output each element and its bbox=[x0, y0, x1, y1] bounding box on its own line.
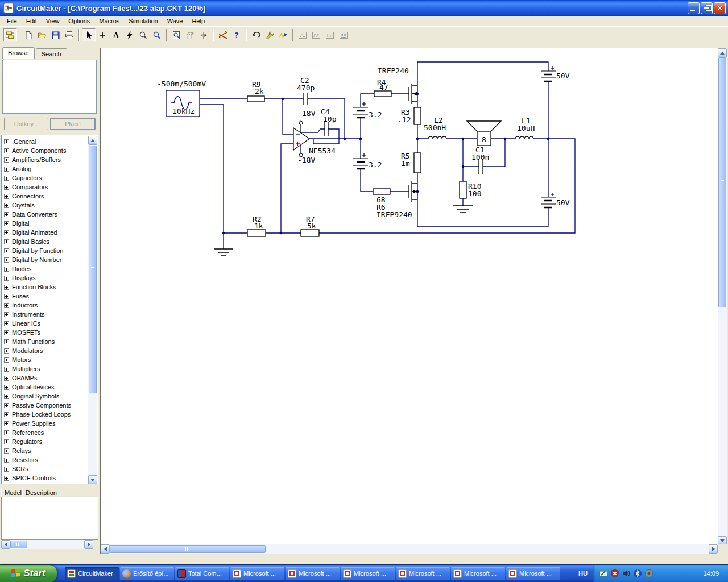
scroll-up-button[interactable] bbox=[718, 48, 727, 57]
browse-parts-button[interactable] bbox=[3, 28, 17, 41]
expand-plus-icon[interactable] bbox=[4, 285, 9, 290]
expand-plus-icon[interactable] bbox=[4, 212, 9, 217]
delete-tool-button[interactable] bbox=[123, 28, 136, 41]
tree-category[interactable]: MOSFETs bbox=[3, 328, 86, 337]
expand-plus-icon[interactable] bbox=[4, 385, 9, 390]
tree-category[interactable]: Crystals bbox=[3, 201, 86, 210]
taskbar-task-button[interactable]: CircuitMaker bbox=[65, 567, 119, 580]
tree-scrollbar[interactable] bbox=[88, 136, 97, 484]
tree-category[interactable]: Digital bbox=[3, 219, 86, 228]
expand-plus-icon[interactable] bbox=[4, 448, 9, 454]
start-button[interactable]: Start bbox=[0, 565, 57, 582]
taskbar-task-button[interactable]: Microsoft ... bbox=[506, 567, 560, 580]
taskbar-task-button[interactable]: Microsoft ... bbox=[286, 567, 340, 580]
model-scrollbar[interactable] bbox=[1, 540, 93, 549]
signal-generator-button[interactable] bbox=[323, 28, 337, 41]
tree-category[interactable]: Instruments bbox=[3, 310, 86, 319]
tablet-pen-icon[interactable] bbox=[599, 569, 608, 578]
expand-plus-icon[interactable] bbox=[4, 394, 9, 399]
minimize-button[interactable] bbox=[688, 2, 700, 14]
edit-probe-button[interactable] bbox=[136, 28, 150, 41]
select-arrow-button[interactable] bbox=[82, 28, 96, 41]
tree-category[interactable]: Resistors bbox=[3, 455, 86, 464]
oscilloscope-button[interactable] bbox=[296, 28, 309, 41]
tree-category[interactable]: OPAMPs bbox=[3, 373, 86, 383]
expand-plus-icon[interactable] bbox=[4, 376, 9, 381]
component-supply-battery-1[interactable]: 50V bbox=[541, 66, 570, 81]
schematic-area[interactable]: -500m/500mV 10kHz R9 2k C2 470p bbox=[100, 48, 727, 554]
scroll-thumb[interactable] bbox=[718, 57, 726, 307]
component-C2[interactable]: C2 470p bbox=[297, 76, 315, 105]
tree-category[interactable]: Phase-Locked Loops bbox=[3, 410, 86, 419]
expand-plus-icon[interactable] bbox=[4, 467, 9, 472]
tree-category[interactable]: Regulators bbox=[3, 437, 86, 446]
component-supply-battery-2[interactable]: 50V bbox=[541, 193, 570, 207]
expand-plus-icon[interactable] bbox=[4, 476, 9, 481]
taskbar-task-button[interactable]: Microsoft ... bbox=[396, 567, 450, 580]
component-R9[interactable]: R9 2k bbox=[247, 80, 264, 102]
component-R3[interactable]: R3 .12 bbox=[398, 107, 421, 124]
scroll-up-button[interactable] bbox=[88, 136, 97, 145]
ground-symbol-left[interactable] bbox=[214, 249, 233, 256]
tree-category[interactable]: Data Converters bbox=[3, 210, 86, 219]
bluetooth-icon[interactable] bbox=[633, 569, 642, 578]
expand-plus-icon[interactable] bbox=[4, 367, 9, 372]
tree-category[interactable]: Diodes bbox=[3, 264, 86, 273]
schematic-canvas[interactable]: -500m/500mV 10kHz R9 2k C2 470p bbox=[101, 48, 718, 545]
open-file-button[interactable] bbox=[35, 28, 49, 41]
expand-plus-icon[interactable] bbox=[4, 330, 9, 335]
expand-plus-icon[interactable] bbox=[4, 312, 9, 317]
menu-item[interactable]: Help bbox=[187, 16, 209, 26]
menu-item[interactable]: Wave bbox=[163, 16, 188, 26]
scroll-down-button[interactable] bbox=[718, 536, 727, 545]
hotkey-button[interactable]: Hotkey... bbox=[4, 118, 48, 130]
tree-category[interactable]: Capacitors bbox=[3, 173, 86, 182]
menu-item[interactable]: Edit bbox=[22, 16, 42, 26]
expand-plus-icon[interactable] bbox=[4, 230, 9, 235]
tree-category[interactable]: Passive Components bbox=[3, 401, 86, 410]
expand-plus-icon[interactable] bbox=[4, 294, 9, 299]
tree-category[interactable]: Optical devices bbox=[3, 383, 86, 392]
scroll-right-button[interactable] bbox=[84, 540, 93, 549]
tree-category[interactable]: .General bbox=[3, 137, 86, 146]
expand-plus-icon[interactable] bbox=[4, 257, 9, 263]
taskbar-task-button[interactable]: Microsoft ... bbox=[341, 567, 395, 580]
expand-plus-icon[interactable] bbox=[4, 194, 9, 199]
tree-category[interactable]: Math Functions bbox=[3, 337, 86, 346]
circuitmaker-app-icon[interactable] bbox=[3, 3, 14, 13]
print-button[interactable] bbox=[63, 28, 76, 41]
scroll-thumb[interactable] bbox=[110, 545, 266, 553]
canvas-vertical-scrollbar[interactable] bbox=[718, 48, 727, 545]
scroll-thumb[interactable] bbox=[89, 146, 97, 393]
canvas-horizontal-scrollbar[interactable] bbox=[101, 544, 718, 554]
expand-plus-icon[interactable] bbox=[4, 276, 9, 281]
digital-scope-button[interactable] bbox=[309, 28, 323, 41]
tree-category[interactable]: Analog bbox=[3, 164, 86, 173]
component-R4[interactable]: R4 47 bbox=[374, 78, 391, 97]
menu-item[interactable]: File bbox=[2, 16, 22, 26]
new-file-button[interactable] bbox=[22, 28, 35, 41]
tree-category[interactable]: Comparators bbox=[3, 182, 86, 192]
component-C4[interactable]: C4 10p bbox=[321, 107, 337, 136]
tree-category[interactable]: Modulators bbox=[3, 346, 86, 355]
language-indicator[interactable]: HU bbox=[573, 570, 593, 577]
taskbar-task-button[interactable]: Microsoft ... bbox=[451, 567, 505, 580]
tree-category[interactable]: Power Supplies bbox=[3, 419, 86, 428]
expand-plus-icon[interactable] bbox=[4, 339, 9, 344]
expand-plus-icon[interactable] bbox=[4, 303, 9, 308]
mirror-button[interactable] bbox=[197, 28, 210, 41]
tree-category[interactable]: Inductors bbox=[3, 301, 86, 310]
close-button[interactable]: × bbox=[714, 2, 726, 14]
draw-wire-button[interactable] bbox=[96, 28, 109, 41]
component-R7[interactable]: R7 5k bbox=[301, 215, 319, 236]
rotate-button[interactable] bbox=[183, 28, 197, 41]
tree-category[interactable]: Amplifiers/Buffers bbox=[3, 155, 86, 164]
scroll-left-button[interactable] bbox=[1, 540, 10, 549]
component-signal-source[interactable]: -500m/500mV 10kHz bbox=[157, 80, 206, 117]
expand-plus-icon[interactable] bbox=[4, 148, 9, 153]
tree-category[interactable]: SPICE Controls bbox=[3, 473, 86, 483]
expand-plus-icon[interactable] bbox=[4, 185, 9, 190]
sidebar-tab[interactable]: Search bbox=[36, 48, 67, 59]
expand-plus-icon[interactable] bbox=[4, 176, 9, 181]
tree-category[interactable]: Function Blocks bbox=[3, 282, 86, 292]
